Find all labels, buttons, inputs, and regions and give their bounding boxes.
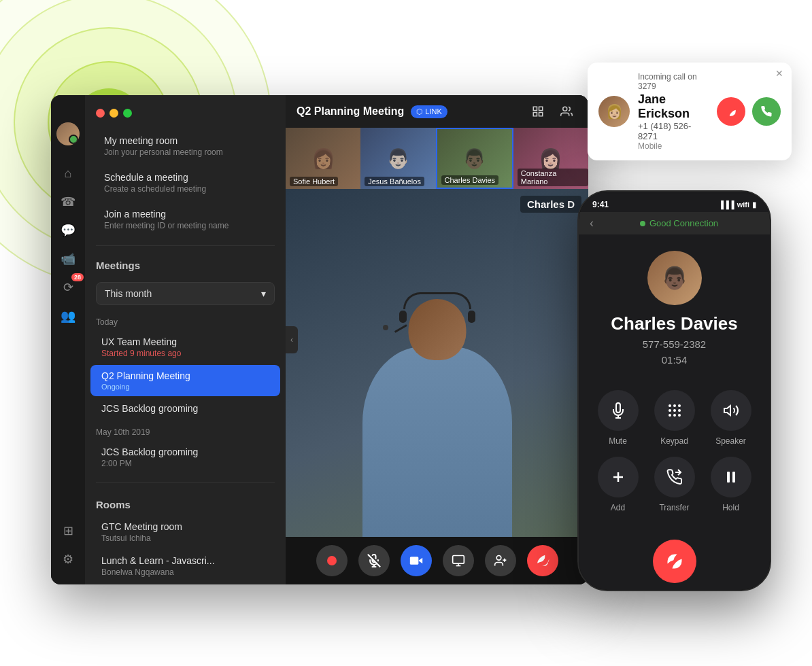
incoming-call-notification: ✕ 👩🏼 Incoming call on 3279 Jane Erickson… (588, 63, 792, 160)
join-meeting-label: Join a meeting (104, 209, 267, 220)
svg-rect-30 (727, 472, 730, 483)
sidebar-icon-contacts[interactable]: 👥 (56, 304, 80, 328)
q2-planning-name: Q2 Planning Meeting (101, 370, 269, 381)
screen-share-btn[interactable] (443, 545, 474, 576)
window-maximize-btn[interactable] (123, 109, 132, 118)
phone-mute-btn[interactable] (598, 390, 639, 431)
phone-status-icons: ▐▐▐ wifi ▮ (718, 200, 756, 209)
meeting-item-q2-planning[interactable]: Q2 Planning Meeting Ongoing (90, 365, 280, 396)
sidebar-icon-video[interactable]: 📹 (56, 247, 80, 270)
end-call-btn[interactable] (527, 545, 558, 576)
join-meeting-btn[interactable]: Join a meeting Enter meeting ID or meeti… (96, 202, 275, 237)
schedule-meeting-label: Schedule a meeting (104, 172, 267, 183)
phone-keypad-label: Keypad (660, 436, 688, 446)
ux-team-name: UX Team Meeting (101, 336, 269, 347)
thumb-charles[interactable]: 👨🏿 Charles Davies (436, 128, 513, 189)
phone-add-ctrl[interactable]: Add (595, 457, 641, 512)
rooms-label: Rooms (85, 491, 286, 514)
phone-end-call-btn[interactable] (653, 540, 696, 583)
room-item-lunch-learn[interactable]: Lunch & Learn - Javascri... Bonelwa Ngqa… (90, 550, 280, 582)
month-filter-dropdown[interactable]: This month ▾ (96, 282, 275, 305)
window-close-btn[interactable] (96, 109, 105, 118)
svg-rect-31 (732, 472, 735, 483)
main-speaker-video (286, 189, 588, 537)
left-panel: My meeting room Join your personal meeti… (85, 95, 286, 584)
schedule-meeting-sub: Create a scheduled meeting (104, 184, 267, 194)
svg-point-4 (563, 107, 567, 111)
thumb-charles-name: Charles Davies (441, 175, 499, 185)
lunch-learn-name: Lunch & Learn - Javascri... (101, 555, 269, 566)
meeting-title: Q2 Planning Meeting (297, 105, 404, 118)
avatar[interactable] (56, 122, 80, 145)
notif-caller-type: Mobile (638, 141, 709, 151)
phone-add-label: Add (611, 503, 625, 512)
mute-btn[interactable] (358, 545, 390, 576)
jcs-backlog-today-name: JCS Backlog grooming (101, 403, 269, 414)
panel-collapse-btn[interactable]: ‹ (286, 326, 298, 353)
record-btn[interactable] (316, 545, 348, 576)
meeting-item-ux-team[interactable]: UX Team Meeting Started 9 minutes ago (90, 331, 280, 364)
sidebar: ⌂ ☎ 💬 📹 ⟳ 👥 ⊞ ⚙ (51, 95, 85, 584)
gtc-room-owner: Tsutsui Ichiha (101, 533, 269, 543)
phone-keypad-btn[interactable] (654, 390, 695, 431)
thumb-constanza[interactable]: 👩🏻 Constanza Mariano (513, 128, 588, 189)
meeting-controls (286, 537, 588, 584)
phone-time: 9:41 (592, 200, 609, 209)
phone-back-btn[interactable]: ‹ (590, 216, 594, 230)
sidebar-icon-apps[interactable]: ⊞ (56, 519, 80, 542)
link-badge[interactable]: ⬡ LINK (411, 105, 447, 118)
gtc-room-name: GTC Meeting room (101, 521, 269, 532)
meeting-item-jcs-backlog-may[interactable]: JCS Backlog grooming 2:00 PM (90, 441, 280, 474)
phone-hold-btn[interactable] (711, 457, 751, 497)
notif-decline-btn[interactable] (717, 97, 745, 126)
my-meeting-room-btn[interactable]: My meeting room Join your personal meeti… (96, 128, 275, 164)
svg-point-20 (669, 409, 671, 412)
participants-btn[interactable] (556, 101, 577, 122)
meeting-content: ‹ Q2 Planning Meeting ⬡ LINK (286, 95, 588, 584)
window-minimize-btn[interactable] (109, 109, 118, 118)
lunch-learn-owner: Bonelwa Ngqawana (101, 567, 269, 577)
video-btn[interactable] (401, 545, 432, 576)
participant-thumbnails: 👩🏽 Sofie Hubert 👨🏻 Jesus Bañuelos 👨🏿 Cha… (286, 128, 588, 189)
sidebar-icon-settings[interactable]: ⚙ (56, 548, 80, 571)
phone-speaker-ctrl[interactable]: Speaker (708, 390, 754, 446)
speaker-overlay: Charles D (520, 196, 581, 213)
svg-point-22 (678, 409, 681, 412)
phone-transfer-ctrl[interactable]: Transfer (652, 457, 697, 512)
main-video (286, 189, 588, 537)
phone-speaker-btn[interactable] (711, 390, 751, 431)
phone-status-bar: 9:41 ▐▐▐ wifi ▮ (579, 192, 770, 212)
add-participant-btn[interactable] (485, 545, 516, 576)
svg-point-25 (678, 414, 681, 417)
sidebar-icon-voicemail[interactable]: ⟳ (56, 276, 80, 299)
phone-hold-ctrl[interactable]: Hold (708, 457, 754, 512)
notif-caller-info: Incoming call on 3279 Jane Erickson +1 (… (638, 72, 709, 151)
grid-view-btn[interactable] (527, 101, 549, 122)
room-item-gtc[interactable]: GTC Meeting room Tsutsui Ichiha (90, 516, 280, 548)
notif-accept-btn[interactable] (752, 97, 781, 126)
ux-team-status: Started 9 minutes ago (101, 349, 269, 358)
svg-point-21 (673, 409, 676, 412)
meeting-item-jcs-backlog-today[interactable]: JCS Backlog grooming (90, 398, 280, 419)
phone-mute-ctrl[interactable]: Mute (595, 390, 641, 446)
phone-keypad-ctrl[interactable]: Keypad (652, 390, 697, 446)
jcs-backlog-may-time: 2:00 PM (101, 459, 269, 468)
phone-transfer-btn[interactable] (654, 457, 695, 497)
phone-connection-bar: ‹ Good Connection (579, 212, 770, 234)
meeting-header: Q2 Planning Meeting ⬡ LINK (286, 95, 588, 128)
jcs-backlog-may-name: JCS Backlog grooming (101, 446, 269, 457)
window-controls (85, 109, 286, 128)
thumb-jesus[interactable]: 👨🏻 Jesus Bañuelos (360, 128, 435, 189)
chevron-down-icon: ▾ (261, 288, 266, 299)
connection-dot (640, 221, 645, 226)
schedule-meeting-btn[interactable]: Schedule a meeting Create a scheduled me… (96, 165, 275, 200)
phone-add-btn[interactable] (598, 457, 639, 497)
sidebar-icon-phone[interactable]: ☎ (56, 190, 80, 213)
sidebar-icon-chat[interactable]: 💬 (56, 219, 80, 242)
signal-icon: ▐▐▐ (718, 200, 734, 209)
notif-close-btn[interactable]: ✕ (775, 68, 783, 79)
svg-point-24 (673, 414, 676, 417)
sidebar-icon-home[interactable]: ⌂ (56, 162, 80, 185)
thumb-sofie[interactable]: 👩🏽 Sofie Hubert (286, 128, 360, 189)
quick-actions: My meeting room Join your personal meeti… (85, 128, 286, 237)
